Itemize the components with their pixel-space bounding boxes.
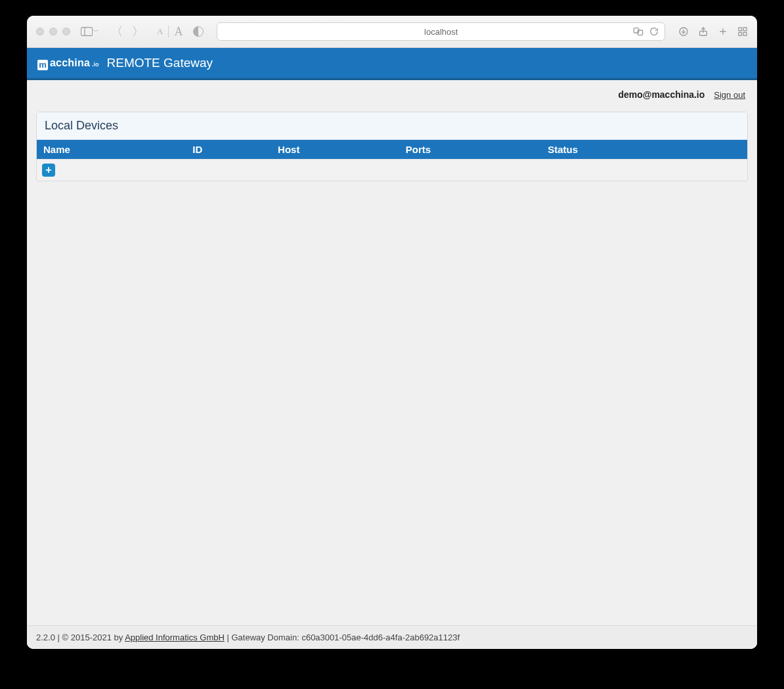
fullscreen-window-button[interactable] (62, 28, 70, 35)
footer-domain: c60a3001-05ae-4dd6-a4fa-2ab692a1123f (301, 633, 460, 642)
plus-icon: + (45, 165, 51, 175)
user-bar: demo@macchina.io Sign out (27, 80, 757, 106)
brand-mark-icon: m (37, 60, 48, 70)
address-text: localhost (424, 27, 458, 37)
share-icon[interactable] (698, 26, 708, 37)
new-tab-icon[interactable] (718, 26, 728, 37)
text-size-decrease-button[interactable]: A (157, 26, 163, 37)
close-window-button[interactable] (36, 28, 44, 35)
page-body: demo@macchina.io Sign out Local Devices … (27, 80, 757, 649)
brand-suffix: .io (92, 61, 99, 68)
col-ports[interactable]: Ports (399, 140, 541, 160)
sidebar-toggle-button[interactable]: ﹀ (81, 27, 99, 36)
back-button[interactable]: 〈 (111, 26, 123, 37)
footer: 2.2.0 | © 2015-2021 by Applied Informati… (27, 625, 757, 649)
col-status[interactable]: Status (541, 140, 747, 160)
devices-table: Name ID Host Ports Status + (37, 140, 747, 181)
col-host[interactable]: Host (271, 140, 399, 160)
svg-rect-7 (743, 28, 747, 31)
reader-mode-icon[interactable] (193, 26, 204, 37)
col-name[interactable]: Name (37, 140, 186, 160)
add-device-button[interactable]: + (42, 164, 55, 177)
translate-icon[interactable] (633, 26, 643, 37)
user-email: demo@macchina.io (618, 89, 705, 100)
downloads-icon[interactable] (678, 26, 689, 37)
svg-rect-6 (739, 28, 742, 31)
table-row-add: + (37, 160, 747, 181)
col-id[interactable]: ID (186, 140, 271, 160)
app-header: m acchina .io REMOTE Gateway (27, 48, 757, 80)
local-devices-panel: Local Devices Name ID Host Ports Status (36, 112, 748, 181)
reload-icon[interactable] (649, 26, 659, 37)
window-controls (36, 28, 70, 35)
footer-version: 2.2.0 (36, 633, 55, 642)
svg-rect-9 (743, 32, 747, 35)
text-size-increase-button[interactable]: A (174, 25, 183, 39)
footer-company-link[interactable]: Applied Informatics GmbH (125, 633, 225, 642)
svg-rect-8 (739, 32, 742, 35)
brand-name: acchina (50, 57, 90, 69)
app-title: REMOTE Gateway (107, 56, 213, 70)
panel-title: Local Devices (37, 112, 747, 140)
brand-logo[interactable]: m acchina .io (37, 57, 99, 69)
tab-overview-icon[interactable] (737, 26, 748, 37)
browser-window: ﹀ 〈 〉 A A localhost (27, 16, 757, 649)
divider (168, 26, 169, 37)
svg-rect-0 (81, 28, 92, 36)
footer-copyright-prefix: | © 2015-2021 by (55, 633, 125, 642)
footer-domain-prefix: | Gateway Domain: (225, 633, 302, 642)
minimize-window-button[interactable] (49, 28, 57, 35)
address-bar[interactable]: localhost (217, 22, 665, 41)
browser-toolbar: ﹀ 〈 〉 A A localhost (27, 16, 757, 48)
table-header-row: Name ID Host Ports Status (37, 140, 747, 160)
chevron-down-icon: ﹀ (93, 27, 99, 36)
forward-button[interactable]: 〉 (132, 26, 144, 37)
sign-out-link[interactable]: Sign out (714, 90, 745, 100)
